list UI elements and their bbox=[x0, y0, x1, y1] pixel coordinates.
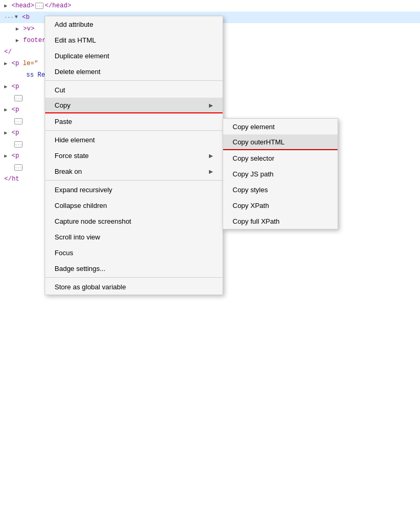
menu-item-label: Copy bbox=[55, 101, 70, 109]
menu-item-focus[interactable]: Focus bbox=[45, 245, 223, 260]
expand-arrow: ▶ bbox=[4, 130, 10, 136]
code-text: <p bbox=[12, 106, 19, 113]
menu-item-collapse-children[interactable]: Collapse children bbox=[45, 197, 223, 213]
code-text: <p bbox=[12, 83, 19, 90]
expand-arrow: ▶ bbox=[16, 26, 22, 32]
code-text: <p bbox=[12, 60, 19, 67]
expand-arrow: ▼ bbox=[15, 14, 21, 20]
code-text: <p bbox=[12, 129, 19, 137]
menu-divider bbox=[45, 80, 223, 81]
menu-item-label: Paste bbox=[55, 118, 72, 125]
menu-item-label: Break on bbox=[55, 167, 82, 175]
menu-item-label: Edit as HTML bbox=[55, 36, 96, 44]
context-menu: Add attribute Edit as HTML Duplicate ele… bbox=[45, 16, 223, 295]
menu-divider bbox=[45, 277, 223, 278]
collapsed-icon: ··· bbox=[14, 95, 23, 101]
submenu-item-label: Copy XPath bbox=[233, 202, 269, 210]
menu-item-label: Add attribute bbox=[55, 20, 93, 28]
menu-item-expand-recursively[interactable]: Expand recursively bbox=[45, 182, 223, 197]
menu-item-duplicate-element[interactable]: Duplicate element bbox=[45, 48, 223, 64]
menu-item-hide-element[interactable]: Hide element bbox=[45, 132, 223, 148]
collapsed-icon: ··· bbox=[14, 118, 23, 124]
menu-item-badge-settings[interactable]: Badge settings... bbox=[45, 260, 223, 276]
menu-item-label: Duplicate element bbox=[55, 52, 109, 60]
menu-item-scroll-into-view[interactable]: Scroll into view bbox=[45, 229, 223, 245]
code-text: <head> bbox=[12, 2, 34, 9]
submenu-item-copy-element[interactable]: Copy element bbox=[223, 119, 338, 134]
code-line: ▶ <head> ··· </head> bbox=[0, 0, 420, 12]
copy-submenu: Copy element Copy outerHTML Copy selecto… bbox=[223, 118, 338, 229]
menu-item-label: Cut bbox=[55, 86, 65, 94]
submenu-item-copy-styles[interactable]: Copy styles bbox=[223, 182, 338, 197]
submenu-item-copy-selector[interactable]: Copy selector bbox=[223, 150, 338, 166]
menu-item-label: Force state bbox=[55, 152, 89, 160]
menu-item-force-state[interactable]: Force state ▶ bbox=[45, 148, 223, 163]
menu-item-label: Store as global variable bbox=[55, 283, 126, 291]
menu-item-cut[interactable]: Cut bbox=[45, 82, 223, 98]
expand-arrow: ▶ bbox=[4, 83, 10, 90]
code-text: </ht bbox=[4, 175, 19, 183]
menu-item-label: Hide element bbox=[55, 136, 95, 144]
menu-item-label: Delete element bbox=[55, 68, 100, 76]
expand-arrow: ▶ bbox=[4, 60, 10, 67]
code-text: >v> bbox=[23, 25, 35, 33]
menu-item-add-attribute[interactable]: Add attribute bbox=[45, 16, 223, 32]
collapsed-icon: ··· bbox=[14, 164, 23, 171]
submenu-arrow-icon: ▶ bbox=[209, 153, 213, 159]
submenu-item-copy-outerhtml[interactable]: Copy outerHTML bbox=[223, 134, 338, 150]
code-text: <b bbox=[22, 14, 29, 21]
submenu-item-copy-xpath[interactable]: Copy XPath bbox=[223, 197, 338, 213]
submenu-item-label: Copy JS path bbox=[233, 170, 274, 178]
expand-arrow: ▶ bbox=[4, 107, 10, 113]
submenu-item-label: Copy selector bbox=[233, 154, 274, 162]
submenu-item-label: Copy outerHTML bbox=[233, 138, 285, 146]
submenu-item-copy-js-path[interactable]: Copy JS path bbox=[223, 166, 338, 182]
submenu-item-copy-full-xpath[interactable]: Copy full XPath bbox=[223, 213, 338, 229]
code-text: </head> bbox=[45, 2, 71, 9]
menu-item-label: Badge settings... bbox=[55, 265, 106, 273]
submenu-item-label: Copy styles bbox=[233, 186, 268, 194]
menu-divider bbox=[45, 130, 223, 131]
menu-item-label: Expand recursively bbox=[55, 186, 112, 194]
code-text: <p bbox=[12, 152, 19, 160]
menu-item-label: Scroll into view bbox=[55, 233, 100, 241]
submenu-arrow-icon: ▶ bbox=[209, 102, 213, 108]
submenu-item-label: Copy element bbox=[233, 123, 275, 131]
expand-arrow: ▶ bbox=[16, 37, 22, 44]
collapsed-icon: ··· bbox=[14, 141, 23, 148]
submenu-arrow-icon: ▶ bbox=[209, 169, 213, 174]
menu-item-break-on[interactable]: Break on ▶ bbox=[45, 163, 223, 179]
code-text: </ bbox=[4, 48, 12, 56]
menu-item-delete-element[interactable]: Delete element bbox=[45, 64, 223, 79]
menu-item-label: Focus bbox=[55, 249, 73, 257]
menu-item-label: Capture node screenshot bbox=[55, 217, 131, 225]
dots-indicator: ··· bbox=[4, 15, 14, 20]
menu-item-edit-as-html[interactable]: Edit as HTML bbox=[45, 32, 223, 48]
expand-arrow: ▶ bbox=[4, 153, 10, 159]
menu-item-paste[interactable]: Paste bbox=[45, 113, 223, 129]
menu-item-capture-node-screenshot[interactable]: Capture node screenshot bbox=[45, 213, 223, 229]
submenu-item-label: Copy full XPath bbox=[233, 217, 280, 225]
code-text: le=" bbox=[19, 60, 38, 67]
collapsed-icon: ··· bbox=[35, 3, 44, 9]
menu-item-label: Collapse children bbox=[55, 202, 107, 210]
menu-item-store-as-global[interactable]: Store as global variable bbox=[45, 279, 223, 295]
menu-divider bbox=[45, 180, 223, 181]
expand-arrow: ▶ bbox=[4, 3, 10, 9]
menu-item-copy[interactable]: Copy ▶ bbox=[45, 98, 223, 113]
